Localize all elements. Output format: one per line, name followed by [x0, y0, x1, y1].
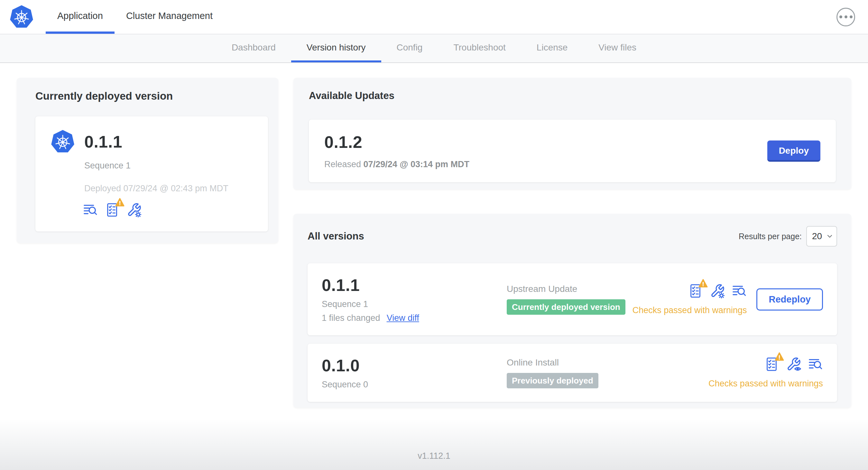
- current-version-actions: [83, 203, 255, 217]
- tab-application[interactable]: Application: [46, 0, 115, 34]
- warning-triangle-icon: [699, 279, 708, 289]
- deployed-status-badge: Currently deployed version: [507, 299, 625, 315]
- view-deploy-logs-button[interactable]: [83, 203, 98, 217]
- preflight-results-button[interactable]: [765, 357, 779, 372]
- console-version: v1.112.1: [417, 451, 451, 461]
- preflight-results-button[interactable]: [105, 203, 120, 217]
- available-updates-card: Available Updates 0.1.2 Released 07/29/2…: [293, 78, 851, 189]
- tab-dashboard[interactable]: Dashboard: [216, 34, 291, 62]
- kubernetes-app-icon: [50, 129, 75, 154]
- app-subnav: Dashboard Version history Config Trouble…: [0, 34, 868, 63]
- wrench-gear-icon: [710, 283, 725, 298]
- logs-icon: [808, 357, 823, 372]
- available-update-row: 0.1.2 Released 07/29/24 @ 03:14 pm MDT D…: [309, 120, 836, 182]
- overflow-menu-button[interactable]: [836, 8, 855, 26]
- results-per-page-value: 20: [812, 231, 822, 241]
- version-source: Online Install: [507, 358, 708, 368]
- version-number: 0.1.1: [322, 275, 507, 295]
- edit-config-button[interactable]: [127, 203, 142, 217]
- version-sequence: Sequence 0: [322, 380, 507, 390]
- tab-license[interactable]: License: [521, 34, 583, 62]
- results-per-page-label: Results per page:: [739, 232, 802, 241]
- results-per-page-select[interactable]: 20: [806, 226, 837, 246]
- wrench-eye-icon: [786, 357, 801, 372]
- checks-status-text: Checks passed with warnings: [708, 379, 823, 389]
- version-actions: Checks passed with warnings: [708, 357, 823, 389]
- update-released-timestamp: Released 07/29/24 @ 03:14 pm MDT: [324, 160, 469, 169]
- current-version-deployed-timestamp: Deployed 07/29/24 @ 02:43 pm MDT: [84, 183, 255, 194]
- edit-config-button[interactable]: [710, 283, 725, 298]
- version-info: 0.1.0 Sequence 0: [322, 356, 507, 390]
- version-info: 0.1.1 Sequence 1 1 files changed View di…: [322, 275, 507, 323]
- view-deploy-logs-button[interactable]: [732, 283, 747, 298]
- version-sequence: Sequence 1: [322, 299, 507, 309]
- available-update-info: 0.1.2 Released 07/29/24 @ 03:14 pm MDT: [324, 132, 469, 169]
- version-source: Upstream Update: [507, 284, 632, 294]
- view-config-button[interactable]: [786, 357, 801, 372]
- ellipsis-icon: [839, 15, 852, 18]
- view-diff-link[interactable]: View diff: [387, 313, 419, 323]
- version-row-0-1-1: 0.1.1 Sequence 1 1 files changed View di…: [308, 263, 837, 335]
- view-deploy-logs-button[interactable]: [808, 357, 823, 372]
- checks-status-text: Checks passed with warnings: [632, 305, 747, 315]
- version-number: 0.1.0: [322, 356, 507, 375]
- current-version-sequence: Sequence 1: [84, 161, 255, 171]
- warning-triangle-icon: [775, 352, 784, 362]
- all-versions-card: All versions Results per page: 20 0.1.1: [293, 214, 851, 408]
- header-spacer: [224, 0, 836, 34]
- deploy-button[interactable]: Deploy: [767, 140, 820, 162]
- version-source-block: Upstream Update Currently deployed versi…: [507, 284, 632, 315]
- currently-deployed-inner-card: 0.1.1 Sequence 1 Deployed 07/29/24 @ 02:…: [35, 116, 268, 231]
- tab-troubleshoot[interactable]: Troubleshoot: [438, 34, 521, 62]
- warning-triangle-icon: [115, 198, 125, 208]
- version-actions: Checks passed with warnings Redeploy: [632, 283, 823, 315]
- logs-icon: [732, 283, 747, 298]
- all-versions-title: All versions: [308, 231, 364, 242]
- tab-view-files[interactable]: View files: [583, 34, 652, 62]
- wrench-gear-icon: [127, 203, 142, 217]
- version-list: 0.1.1 Sequence 1 1 files changed View di…: [308, 263, 837, 402]
- available-updates-title: Available Updates: [309, 90, 836, 102]
- currently-deployed-title: Currently deployed version: [27, 90, 268, 102]
- version-source-block: Online Install Previously deployed: [507, 358, 708, 388]
- main-content: Currently deployed version 0.1.1 Sequenc…: [0, 63, 868, 418]
- logs-icon: [83, 203, 98, 217]
- preflight-results-button[interactable]: [688, 283, 703, 298]
- tab-cluster-management[interactable]: Cluster Management: [115, 0, 224, 34]
- right-column: Available Updates 0.1.2 Released 07/29/2…: [293, 78, 851, 408]
- deployed-status-badge: Previously deployed: [507, 373, 598, 388]
- tab-version-history[interactable]: Version history: [291, 34, 381, 62]
- app-header: Application Cluster Management: [0, 0, 868, 34]
- released-value: 07/29/24 @ 03:14 pm MDT: [364, 160, 469, 169]
- app-footer: v1.112.1: [0, 418, 868, 470]
- kubernetes-logo: [9, 0, 34, 34]
- current-version-number: 0.1.1: [84, 132, 122, 152]
- update-version-number: 0.1.2: [324, 132, 469, 152]
- released-label: Released: [324, 160, 361, 169]
- chevron-down-icon: [827, 234, 833, 239]
- currently-deployed-card: Currently deployed version 0.1.1 Sequenc…: [17, 78, 278, 243]
- redeploy-button[interactable]: Redeploy: [756, 289, 823, 310]
- files-changed-label: 1 files changed: [322, 313, 380, 323]
- version-row-0-1-0: 0.1.0 Sequence 0 Online Install Previous…: [308, 344, 837, 402]
- results-per-page: Results per page: 20: [739, 226, 837, 246]
- tab-config[interactable]: Config: [381, 34, 438, 62]
